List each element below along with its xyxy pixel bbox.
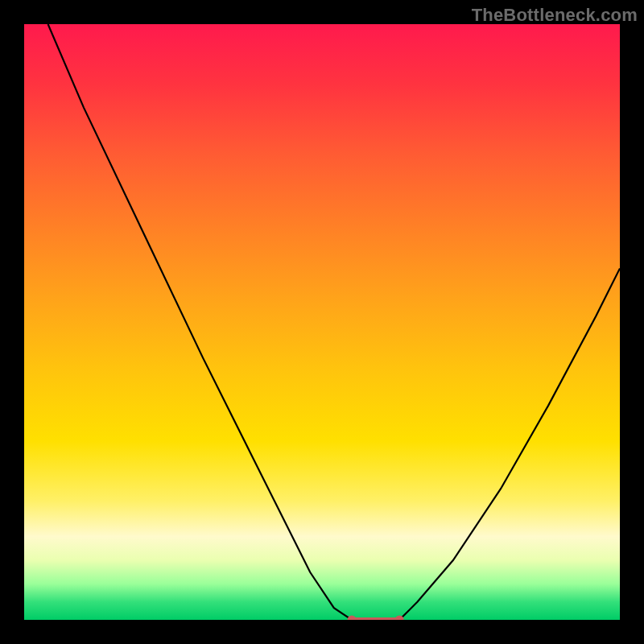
- plot-area: [24, 24, 620, 620]
- chart-frame: TheBottleneck.com: [0, 0, 644, 644]
- curve-layer: [24, 24, 620, 620]
- watermark-text: TheBottleneck.com: [472, 5, 638, 26]
- left-branch-path: [48, 24, 352, 620]
- right-branch-path: [399, 268, 620, 620]
- valley-left-dot: [348, 616, 357, 621]
